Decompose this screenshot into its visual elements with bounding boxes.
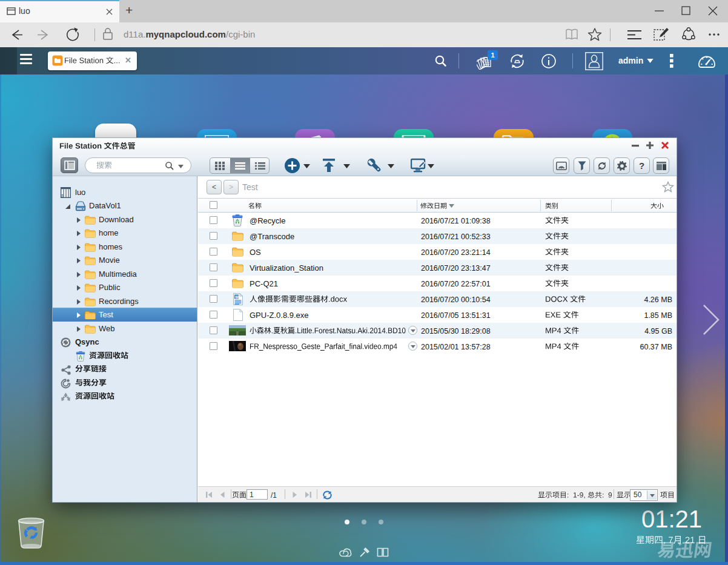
svg-text:W: W (235, 295, 239, 299)
